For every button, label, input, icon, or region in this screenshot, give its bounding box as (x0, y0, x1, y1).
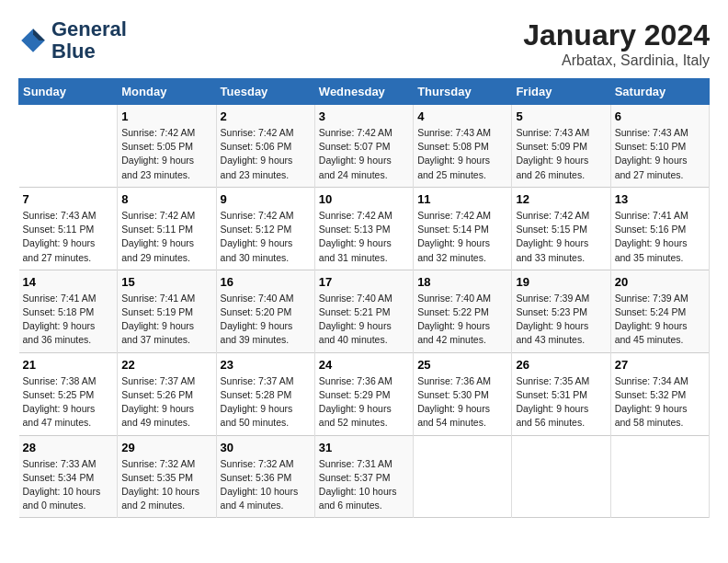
day-info: Sunrise: 7:41 AMSunset: 5:19 PMDaylight:… (121, 292, 211, 348)
day-info: Sunrise: 7:41 AMSunset: 5:18 PMDaylight:… (23, 292, 114, 348)
day-number: 23 (221, 358, 311, 372)
day-info: Sunrise: 7:32 AMSunset: 5:35 PMDaylight:… (121, 457, 211, 513)
day-number: 14 (23, 275, 114, 289)
day-number: 29 (121, 441, 211, 454)
calendar-cell (19, 105, 118, 188)
page-header: General Blue January 2024 Arbatax, Sardi… (18, 18, 710, 69)
day-info: Sunrise: 7:43 AMSunset: 5:09 PMDaylight:… (516, 126, 606, 182)
day-info: Sunrise: 7:43 AMSunset: 5:08 PMDaylight:… (417, 126, 507, 182)
day-number: 11 (417, 192, 507, 206)
calendar-cell: 17 Sunrise: 7:40 AMSunset: 5:21 PMDaylig… (314, 270, 413, 352)
calendar-cell: 20 Sunrise: 7:39 AMSunset: 5:24 PMDaylig… (610, 270, 709, 352)
day-number: 20 (615, 275, 705, 289)
calendar-cell: 29 Sunrise: 7:32 AMSunset: 5:35 PMDaylig… (118, 435, 216, 518)
calendar-cell: 3 Sunrise: 7:42 AMSunset: 5:07 PMDayligh… (314, 105, 413, 188)
calendar-cell: 26 Sunrise: 7:35 AMSunset: 5:31 PMDaylig… (512, 352, 610, 435)
day-info: Sunrise: 7:40 AMSunset: 5:20 PMDaylight:… (221, 292, 311, 348)
day-number: 1 (121, 109, 211, 123)
day-info: Sunrise: 7:37 AMSunset: 5:26 PMDaylight:… (121, 374, 211, 431)
day-number: 5 (516, 109, 606, 123)
day-number: 8 (121, 192, 211, 206)
day-number: 10 (319, 192, 409, 206)
day-info: Sunrise: 7:42 AMSunset: 5:13 PMDaylight:… (319, 209, 409, 265)
calendar-cell: 28 Sunrise: 7:33 AMSunset: 5:34 PMDaylig… (19, 435, 118, 518)
day-info: Sunrise: 7:42 AMSunset: 5:06 PMDaylight:… (221, 126, 311, 182)
day-number: 19 (516, 275, 606, 289)
day-number: 7 (23, 192, 114, 206)
calendar-cell: 24 Sunrise: 7:36 AMSunset: 5:29 PMDaylig… (314, 352, 413, 435)
calendar-week-2: 7 Sunrise: 7:43 AMSunset: 5:11 PMDayligh… (19, 187, 710, 270)
day-info: Sunrise: 7:32 AMSunset: 5:36 PMDaylight:… (221, 457, 311, 513)
page-subtitle: Arbatax, Sardinia, Italy (523, 52, 710, 69)
calendar-header-row: SundayMondayTuesdayWednesdayThursdayFrid… (19, 79, 710, 105)
day-info: Sunrise: 7:35 AMSunset: 5:31 PMDaylight:… (516, 374, 606, 431)
day-info: Sunrise: 7:42 AMSunset: 5:11 PMDaylight:… (121, 209, 211, 265)
day-number: 3 (319, 109, 409, 123)
calendar-cell: 27 Sunrise: 7:34 AMSunset: 5:32 PMDaylig… (610, 352, 709, 435)
day-info: Sunrise: 7:42 AMSunset: 5:05 PMDaylight:… (121, 126, 211, 182)
calendar-cell: 8 Sunrise: 7:42 AMSunset: 5:11 PMDayligh… (118, 187, 216, 270)
day-number: 25 (417, 358, 507, 372)
day-number: 9 (221, 192, 311, 206)
day-info: Sunrise: 7:38 AMSunset: 5:25 PMDaylight:… (23, 374, 114, 431)
day-number: 22 (121, 358, 211, 372)
calendar-cell: 1 Sunrise: 7:42 AMSunset: 5:05 PMDayligh… (118, 105, 216, 188)
calendar-cell: 12 Sunrise: 7:42 AMSunset: 5:15 PMDaylig… (512, 187, 610, 270)
day-number: 12 (516, 192, 606, 206)
day-number: 4 (417, 109, 507, 123)
col-header-tuesday: Tuesday (216, 79, 314, 105)
day-info: Sunrise: 7:33 AMSunset: 5:34 PMDaylight:… (23, 457, 114, 513)
col-header-friday: Friday (512, 79, 610, 105)
calendar-cell: 5 Sunrise: 7:43 AMSunset: 5:09 PMDayligh… (512, 105, 610, 188)
calendar-week-3: 14 Sunrise: 7:41 AMSunset: 5:18 PMDaylig… (19, 270, 710, 352)
day-number: 24 (319, 358, 409, 372)
col-header-sunday: Sunday (19, 79, 118, 105)
page-title: January 2024 (523, 18, 710, 52)
day-number: 6 (615, 109, 705, 123)
col-header-monday: Monday (118, 79, 216, 105)
day-info: Sunrise: 7:42 AMSunset: 5:15 PMDaylight:… (516, 209, 606, 265)
day-info: Sunrise: 7:34 AMSunset: 5:32 PMDaylight:… (615, 374, 705, 431)
day-info: Sunrise: 7:43 AMSunset: 5:11 PMDaylight:… (23, 209, 114, 265)
day-info: Sunrise: 7:31 AMSunset: 5:37 PMDaylight:… (319, 457, 409, 513)
calendar-cell: 11 Sunrise: 7:42 AMSunset: 5:14 PMDaylig… (414, 187, 512, 270)
calendar-cell: 4 Sunrise: 7:43 AMSunset: 5:08 PMDayligh… (414, 105, 512, 188)
day-number: 26 (516, 358, 606, 372)
day-info: Sunrise: 7:42 AMSunset: 5:07 PMDaylight:… (319, 126, 409, 182)
calendar-cell (512, 435, 610, 518)
day-info: Sunrise: 7:42 AMSunset: 5:12 PMDaylight:… (221, 209, 311, 265)
day-number: 31 (319, 441, 409, 454)
col-header-saturday: Saturday (610, 79, 709, 105)
day-number: 15 (121, 275, 211, 289)
calendar-cell: 30 Sunrise: 7:32 AMSunset: 5:36 PMDaylig… (216, 435, 314, 518)
calendar-table: SundayMondayTuesdayWednesdayThursdayFrid… (18, 78, 710, 518)
calendar-cell: 13 Sunrise: 7:41 AMSunset: 5:16 PMDaylig… (610, 187, 709, 270)
day-number: 17 (319, 275, 409, 289)
calendar-cell: 21 Sunrise: 7:38 AMSunset: 5:25 PMDaylig… (19, 352, 118, 435)
calendar-cell: 16 Sunrise: 7:40 AMSunset: 5:20 PMDaylig… (216, 270, 314, 352)
col-header-wednesday: Wednesday (314, 79, 413, 105)
logo-icon (18, 26, 48, 55)
calendar-week-5: 28 Sunrise: 7:33 AMSunset: 5:34 PMDaylig… (19, 435, 710, 518)
calendar-cell: 14 Sunrise: 7:41 AMSunset: 5:18 PMDaylig… (19, 270, 118, 352)
calendar-cell: 15 Sunrise: 7:41 AMSunset: 5:19 PMDaylig… (118, 270, 216, 352)
day-info: Sunrise: 7:41 AMSunset: 5:16 PMDaylight:… (615, 209, 705, 265)
calendar-cell: 10 Sunrise: 7:42 AMSunset: 5:13 PMDaylig… (314, 187, 413, 270)
col-header-thursday: Thursday (414, 79, 512, 105)
day-number: 28 (23, 441, 114, 454)
day-number: 27 (615, 358, 705, 372)
logo-text: General Blue (51, 18, 127, 63)
day-number: 18 (417, 275, 507, 289)
day-info: Sunrise: 7:42 AMSunset: 5:14 PMDaylight:… (417, 209, 507, 265)
day-number: 30 (221, 441, 311, 454)
calendar-cell: 23 Sunrise: 7:37 AMSunset: 5:28 PMDaylig… (216, 352, 314, 435)
calendar-cell: 2 Sunrise: 7:42 AMSunset: 5:06 PMDayligh… (216, 105, 314, 188)
day-info: Sunrise: 7:40 AMSunset: 5:21 PMDaylight:… (319, 292, 409, 348)
calendar-cell: 9 Sunrise: 7:42 AMSunset: 5:12 PMDayligh… (216, 187, 314, 270)
calendar-cell: 7 Sunrise: 7:43 AMSunset: 5:11 PMDayligh… (19, 187, 118, 270)
calendar-cell (414, 435, 512, 518)
day-info: Sunrise: 7:39 AMSunset: 5:23 PMDaylight:… (516, 292, 606, 348)
calendar-week-4: 21 Sunrise: 7:38 AMSunset: 5:25 PMDaylig… (19, 352, 710, 435)
calendar-cell (610, 435, 709, 518)
day-info: Sunrise: 7:36 AMSunset: 5:29 PMDaylight:… (319, 374, 409, 431)
